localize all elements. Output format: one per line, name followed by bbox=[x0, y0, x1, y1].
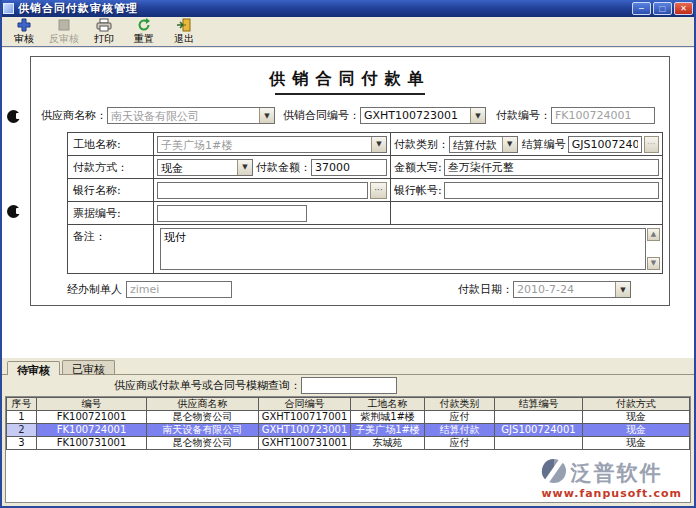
audit-button[interactable]: 审核 bbox=[6, 18, 42, 46]
scroll-up-icon[interactable]: ▲ bbox=[647, 228, 660, 241]
remark-label: 备注： bbox=[68, 225, 154, 273]
form-row-bill: 票据编号: bbox=[68, 202, 662, 225]
amount-field[interactable] bbox=[311, 159, 387, 176]
table-cell: 应付 bbox=[425, 437, 495, 450]
table-cell: 南天设备有限公司 bbox=[147, 424, 259, 437]
pay-type-combobox[interactable]: 结算付款 ▼ bbox=[449, 136, 518, 153]
pay-method-cell: 现金 ▼ 付款金额： bbox=[154, 159, 390, 176]
table-header-cell: 编号 bbox=[37, 398, 147, 411]
supplier-value: 南天设备有限公司 bbox=[108, 108, 259, 123]
table-cell: 昆仑物资公司 bbox=[147, 437, 259, 450]
exit-button[interactable]: 退出 bbox=[166, 18, 202, 46]
exit-button-label: 退出 bbox=[174, 32, 194, 46]
amount-words-field[interactable] bbox=[444, 159, 659, 176]
reset-button-label: 重置 bbox=[134, 32, 154, 46]
table-cell: 东城苑 bbox=[351, 437, 425, 450]
form-row-top: 供应商名称： 南天设备有限公司 ▼ 供销合同编号： GXHT100723001 … bbox=[41, 107, 661, 124]
bill-no-label: 票据编号: bbox=[68, 202, 154, 224]
records-table: 序号编号供应商名称合同编号工地名称付款类别结算编号付款方式 1FK1007210… bbox=[6, 397, 690, 450]
site-value: 子美广场1#楼 bbox=[158, 137, 371, 152]
title-bar: 供销合同付款审核管理 ─ □ ✕ bbox=[0, 0, 696, 17]
combo-arrow-icon: ▼ bbox=[615, 282, 630, 297]
bank-account-cell: 银行帐号: bbox=[390, 179, 662, 201]
binding-ring-icon bbox=[7, 205, 20, 218]
app-icon bbox=[3, 3, 14, 14]
window-title: 供销合同付款审核管理 bbox=[18, 1, 632, 16]
supplier-label: 供应商名称： bbox=[41, 108, 107, 123]
amount-words-label: 金额大写: bbox=[394, 160, 442, 175]
pay-method-combobox[interactable]: 现金 ▼ bbox=[157, 159, 253, 176]
table-cell bbox=[495, 411, 583, 424]
table-header-row: 序号编号供应商名称合同编号工地名称付款类别结算编号付款方式 bbox=[7, 398, 690, 411]
bank-name-field[interactable] bbox=[157, 182, 368, 199]
contract-no-combobox[interactable]: GXHT100723001 ▼ bbox=[360, 107, 486, 124]
pay-date-picker[interactable]: 2010-7-24 ▼ bbox=[513, 281, 631, 298]
bottom-panel: 待审核 已审核 供应商或付款单号或合同号模糊查询： 序号编号供应商名称合同编号工… bbox=[2, 358, 694, 506]
table-cell: 3 bbox=[7, 437, 37, 450]
records-grid: 序号编号供应商名称合同编号工地名称付款类别结算编号付款方式 1FK1007210… bbox=[5, 396, 691, 503]
remark-scrollbar[interactable]: ▲ ▼ bbox=[647, 228, 660, 270]
table-header-cell: 付款类别 bbox=[425, 398, 495, 411]
form-panel: 供销合同付款单 供应商名称： 南天设备有限公司 ▼ 供销合同编号： GXHT10… bbox=[2, 48, 694, 358]
remark-textarea[interactable]: 现付 bbox=[160, 228, 646, 270]
form-title: 供销合同付款单 bbox=[31, 69, 669, 90]
table-row[interactable]: 2FK100724001南天设备有限公司GXHT100723001子美广场1#楼… bbox=[7, 424, 690, 437]
table-header-cell: 供应商名称 bbox=[147, 398, 259, 411]
payment-no-label: 付款编号： bbox=[496, 108, 551, 123]
bank-name-cell: ··· bbox=[154, 182, 390, 199]
fanpu-logo: 泛普软件 www.fanpusoft.com bbox=[541, 458, 682, 500]
bill-no-field[interactable] bbox=[157, 205, 307, 222]
payment-no-field[interactable] bbox=[551, 107, 655, 124]
pay-date-label: 付款日期： bbox=[458, 282, 513, 297]
amount-words-cell: 金额大写: bbox=[390, 156, 662, 178]
minimize-button[interactable]: ─ bbox=[632, 2, 651, 15]
table-cell: 昆仑物资公司 bbox=[147, 411, 259, 424]
combo-arrow-icon: ▼ bbox=[237, 160, 252, 175]
table-row[interactable]: 1FK100721001昆仑物资公司GXHT100717001紫荆城1#楼应付现… bbox=[7, 411, 690, 424]
table-cell: GXHT100717001 bbox=[259, 411, 351, 424]
search-label: 供应商或付款单号或合同号模糊查询： bbox=[114, 378, 301, 393]
table-header-cell: 付款方式 bbox=[583, 398, 690, 411]
contract-no-value: GXHT100723001 bbox=[361, 108, 470, 123]
combo-arrow-icon: ▼ bbox=[470, 108, 485, 123]
combo-arrow-icon: ▼ bbox=[259, 108, 274, 123]
close-button[interactable]: ✕ bbox=[674, 2, 693, 15]
contract-no-label: 供销合同编号： bbox=[283, 108, 360, 123]
bill-empty-cell bbox=[390, 202, 662, 224]
scroll-down-icon[interactable]: ▼ bbox=[647, 257, 660, 270]
remark-cell: 现付 ▲ ▼ bbox=[154, 225, 662, 273]
settle-no-browse-button[interactable]: ··· bbox=[644, 136, 659, 153]
site-combobox[interactable]: 子美广场1#楼 ▼ bbox=[157, 136, 387, 153]
bank-name-browse-button[interactable]: ··· bbox=[370, 182, 387, 199]
table-header-cell: 结算编号 bbox=[495, 398, 583, 411]
table-cell: 现金 bbox=[583, 437, 690, 450]
reset-button[interactable]: 重置 bbox=[126, 18, 162, 46]
combo-arrow-icon: ▼ bbox=[371, 137, 386, 152]
unaudit-button[interactable]: 反审核 bbox=[46, 18, 82, 46]
tab-audited[interactable]: 已审核 bbox=[62, 360, 115, 374]
table-cell: 1 bbox=[7, 411, 37, 424]
table-cell: 结算付款 bbox=[425, 424, 495, 437]
site-label: 工地名称: bbox=[68, 133, 154, 155]
table-cell: GXHT100723001 bbox=[259, 424, 351, 437]
bank-account-field[interactable] bbox=[444, 182, 659, 199]
table-cell: 紫荆城1#楼 bbox=[351, 411, 425, 424]
fanpu-logo-text: 泛普软件 bbox=[570, 459, 662, 487]
search-input[interactable] bbox=[301, 377, 397, 394]
form-row-maker: 经办制单人 付款日期： 2010-7-24 ▼ bbox=[67, 281, 659, 298]
table-row[interactable]: 3FK100731001昆仑物资公司GXHT100731001东城苑应付现金 bbox=[7, 437, 690, 450]
table-header-cell: 合同编号 bbox=[259, 398, 351, 411]
settle-no-field[interactable] bbox=[568, 136, 642, 153]
maximize-button[interactable]: □ bbox=[653, 2, 672, 15]
table-cell: FK100731001 bbox=[37, 437, 147, 450]
bill-no-cell bbox=[154, 205, 390, 222]
print-button[interactable]: 打印 bbox=[86, 18, 122, 46]
search-row: 供应商或付款单号或合同号模糊查询： bbox=[2, 375, 694, 395]
form-row-site: 工地名称: 子美广场1#楼 ▼ 付款类别： 结算付款 ▼ 结算编号 bbox=[68, 133, 662, 156]
supplier-combobox[interactable]: 南天设备有限公司 ▼ bbox=[107, 107, 275, 124]
unaudit-icon bbox=[57, 18, 71, 32]
audit-plus-icon bbox=[17, 18, 31, 32]
tab-pending-audit[interactable]: 待审核 bbox=[7, 361, 60, 375]
table-cell: 现金 bbox=[583, 411, 690, 424]
maker-field[interactable] bbox=[126, 281, 232, 298]
